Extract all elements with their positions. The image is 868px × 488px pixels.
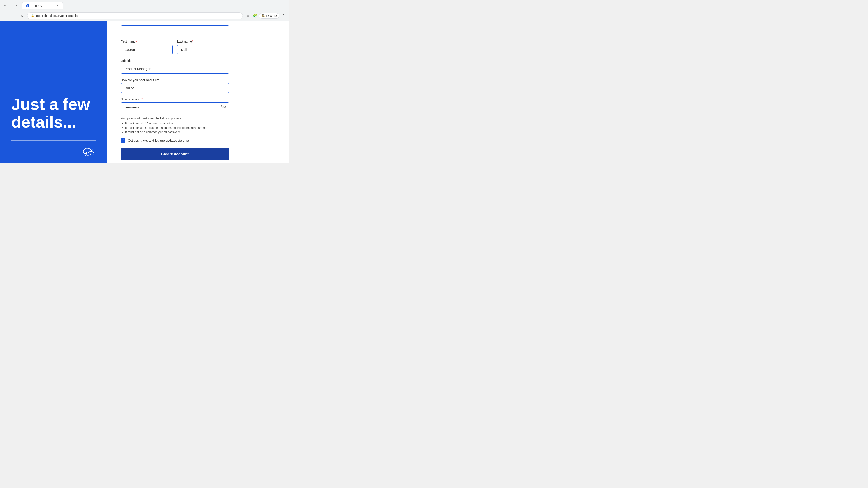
form-section: First name* Last name* Job title How: [121, 25, 229, 160]
bottom-decoration: [11, 140, 96, 156]
hear-about-group: How did you hear about us?: [121, 78, 229, 93]
window-controls[interactable]: ─ □ ✕: [3, 4, 19, 8]
hear-about-input[interactable]: [121, 83, 229, 93]
tab-title: Robin AI: [31, 4, 54, 7]
hear-about-label: How did you hear about us?: [121, 78, 229, 82]
page-content: Just a few details... First name*: [0, 21, 289, 163]
first-name-input[interactable]: [121, 45, 173, 55]
eye-off-icon: [221, 105, 226, 109]
job-title-group: Job title: [121, 59, 229, 74]
first-name-group: First name*: [121, 40, 173, 55]
tabs-bar: R Robin AI ✕ +: [20, 2, 72, 9]
criteria-item: It must contain 10 or more characters: [125, 122, 229, 125]
last-name-group: Last name*: [177, 40, 229, 55]
last-name-label: Last name*: [177, 40, 229, 43]
close-window-button[interactable]: ✕: [14, 4, 19, 8]
hero-text: Just a few details...: [11, 95, 96, 131]
new-tab-button[interactable]: +: [64, 3, 70, 9]
incognito-icon: 🕵: [261, 14, 265, 18]
password-group: New password*: [121, 97, 229, 112]
job-title-label: Job title: [121, 59, 229, 63]
job-title-input[interactable]: [121, 64, 229, 74]
svg-text:R: R: [27, 5, 29, 7]
bookmark-button[interactable]: ☆: [245, 13, 251, 19]
password-input[interactable]: [121, 102, 229, 112]
password-required: *: [141, 97, 143, 101]
url-text: app.robinai.co.uk/user-details: [36, 14, 239, 18]
address-bar: ← → ↻ 🔒 app.robinai.co.uk/user-details ☆…: [0, 11, 289, 21]
robin-bird-icon: [78, 145, 96, 156]
maximize-button[interactable]: □: [8, 4, 13, 8]
create-account-button[interactable]: Create account: [121, 148, 229, 160]
title-bar: ─ □ ✕ R Robin AI ✕ +: [0, 0, 289, 11]
first-name-label: First name*: [121, 40, 173, 43]
forward-button[interactable]: →: [11, 13, 17, 19]
password-label: New password*: [121, 97, 229, 101]
password-criteria-list: It must contain 10 or more characters It…: [121, 122, 229, 134]
right-panel: First name* Last name* Job title How: [107, 21, 289, 163]
minimize-button[interactable]: ─: [3, 4, 7, 8]
menu-button[interactable]: ⋮: [280, 13, 287, 19]
browser-chrome: ─ □ ✕ R Robin AI ✕ + ← → ↻ 🔒 app.robinai…: [0, 0, 289, 21]
password-wrapper: [121, 102, 229, 112]
email-updates-row: Get tips, tricks and feature updates via…: [121, 138, 229, 143]
incognito-label: Incognito: [266, 14, 277, 18]
name-row: First name* Last name*: [121, 40, 229, 55]
email-updates-checkbox[interactable]: [121, 138, 125, 143]
tab-close-button[interactable]: ✕: [55, 4, 59, 7]
svg-point-2: [86, 150, 87, 151]
robin-ai-tab-icon: R: [26, 4, 30, 7]
email-updates-label: Get tips, tricks and feature updates via…: [128, 139, 190, 142]
criteria-item: It must not be a commonly used password: [125, 130, 229, 134]
left-panel: Just a few details...: [0, 21, 107, 163]
top-hidden-field: [121, 25, 229, 35]
toolbar-icons: ☆ 🧩 🕵 Incognito ⋮: [245, 13, 287, 19]
extensions-button[interactable]: 🧩: [252, 13, 258, 19]
incognito-badge: 🕵 Incognito: [259, 13, 279, 19]
last-name-input[interactable]: [177, 45, 229, 55]
active-tab[interactable]: R Robin AI ✕: [22, 2, 63, 9]
lock-icon: 🔒: [31, 14, 34, 18]
first-name-required: *: [135, 40, 137, 43]
last-name-required: *: [192, 40, 193, 43]
back-button[interactable]: ←: [3, 13, 9, 19]
criteria-item: It must contain at least one number, but…: [125, 126, 229, 129]
password-hint: Your password must meet the following cr…: [121, 117, 229, 120]
url-bar[interactable]: 🔒 app.robinai.co.uk/user-details: [27, 12, 243, 19]
password-visibility-toggle[interactable]: [221, 105, 226, 109]
reload-button[interactable]: ↻: [19, 13, 25, 19]
